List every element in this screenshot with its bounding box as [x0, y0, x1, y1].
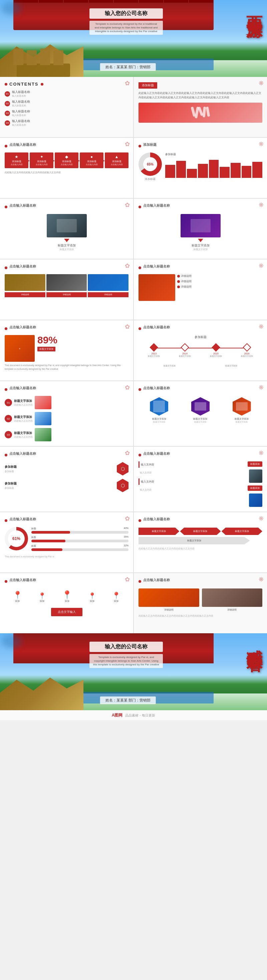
slide6-right-header: 点击输入标题名称 [139, 325, 262, 332]
input-text-2: 输入文内容 [139, 479, 233, 485]
card4-title: 添加标题 [81, 160, 102, 163]
prog-bar-3 [32, 548, 128, 551]
caption-sub2: 标题文字添加 [194, 248, 208, 251]
hex-item-1: 标题文字添加 标题文字添加 [150, 397, 168, 424]
bar-8 [242, 166, 252, 178]
pin4-icon: 📍 [88, 592, 96, 600]
bar-chart [165, 158, 262, 178]
food-col-right: 详细说明 [202, 589, 263, 611]
slide3-left-header: 点击输入标题名称 [5, 142, 128, 150]
progress-slide-left: 点击输入标题名称 61% 标题 40% [0, 512, 133, 573]
timeline-labels: 标题文字添加 标题文字添加 [139, 364, 262, 368]
hex2-sub: 标题文字添加 [194, 421, 206, 424]
slide8-left-header: 点击输入标题名称 [5, 451, 128, 459]
food-image [139, 274, 175, 301]
food4-label: 详细说明 [202, 608, 263, 611]
photo-terra [5, 274, 46, 291]
last-ink-splash [2, 635, 22, 648]
big-percent: 89% [37, 335, 128, 345]
hex-t1-title: 参加标题 [5, 465, 114, 469]
main-title-cn: 西安旅游 [245, 3, 263, 11]
main-image [47, 214, 87, 237]
item-label-2: 输入标题名称 [12, 100, 30, 104]
contents-header: CONTENTS [5, 81, 128, 87]
hex-title-items: 参加标题 参加标题 ⬡ 参加标题 参加标题 ⬡ [5, 462, 128, 492]
hexagon1 [150, 397, 168, 415]
cta-button-area[interactable]: 点击文字输入 [5, 608, 128, 616]
item-sub-3: 输入标题名称 [12, 114, 30, 117]
decorative-ornament18: ❋ [259, 576, 264, 583]
red-title-badge: 添加标题 [139, 82, 157, 89]
hex-shape-1: ⬡ [117, 462, 128, 476]
watermark-text: 品品素材・每日更新 [125, 713, 155, 718]
slide4-left-title: 点击输入标题名称 [9, 203, 36, 208]
red-dot16-icon [139, 519, 141, 522]
item-num-3: 03 [5, 111, 10, 116]
prog-item-3: 标题 32% [32, 544, 128, 551]
prog-item-2: 标题 35% [32, 536, 128, 542]
main-image2 [180, 214, 221, 237]
last-hero-bg: 输入您的公司名称 Template is exclusively designe… [0, 633, 267, 710]
slide4-left-header: 点击输入标题名称 [5, 203, 128, 211]
item-label-1: 输入标题名称 [12, 90, 30, 94]
photo-statue [46, 274, 87, 291]
item-num-4: 04 [5, 120, 10, 126]
arrow-steps: 标题文字添加 标题文字添加 标题文字添加 标题文字添加 [139, 528, 262, 544]
bullet-label2: 标题文字添加 [14, 415, 33, 419]
prog-label-2: 标题 35% [32, 536, 128, 539]
hexagon3 [232, 397, 251, 415]
triangle-down2-icon [198, 239, 203, 242]
bar-3 [187, 169, 197, 178]
slide7-right-header: 点击输入标题名称 [139, 386, 262, 393]
photos-slide-right: 点击输入标题名称 详细说明 详细说明 详细说明 ❋ [134, 259, 267, 320]
decorative-ornament11: ✿ [125, 384, 130, 391]
percent-badge: 标题文字添加 [37, 347, 55, 352]
percent-slide-left: 点击输入标题名称 ● 89% 标题文字添加 This document is e… [0, 320, 133, 380]
empty-slide: 点击输入标题名称 详细说明 详细说明 此处输入正文内容此处输入正文内容此处输入正… [134, 573, 267, 633]
bar-1 [165, 165, 175, 178]
prog-v2: 35% [124, 536, 128, 539]
circle-inner: 61% [8, 530, 25, 547]
red-dot9-icon [5, 327, 7, 330]
food3-label: 详细说明 [139, 608, 199, 611]
image-text-slide-right: 点击输入标题名称 标题文字添加 标题文字添加 ❋ [134, 199, 267, 259]
slide4-right-header: 点击输入标题名称 [139, 203, 262, 211]
year-2: 2014 [182, 352, 188, 355]
caption-title2: 标题文字添加 [191, 243, 210, 248]
prog-desc: This document is exclusively designed by… [5, 555, 128, 558]
bullet-item-1: 01 标题文字添加 此处输入正文内容 [5, 396, 128, 409]
hex-shape-2: ⬡ [117, 479, 128, 492]
contents-item-4: 04 输入标题名称 输入标题名称 [5, 119, 128, 127]
food4-img [202, 589, 263, 607]
prog-bar-2 [32, 540, 128, 542]
pin3-label: 添加 [65, 600, 70, 603]
red-dot4-icon [139, 145, 141, 148]
last-company-name: 输入您的公司名称 [90, 642, 163, 652]
slide10-left-header: 点击输入标题名称 [5, 578, 128, 585]
hex-t2-sub: 参加标题 [5, 487, 114, 490]
timeline-title: 参加标题 [139, 335, 262, 339]
contents-item-1: 01 输入标题名称 输入标题名称 [5, 90, 128, 98]
prog-fill-1 [32, 531, 70, 534]
pin1-icon: 📍 [13, 591, 22, 600]
slide9-left-header: 点击输入标题名称 [5, 517, 128, 524]
pin-3: 📍 添加 [62, 590, 72, 603]
left-text-cols: 输入文内容 输入文内容 输入文内容 输入文内容 [139, 461, 233, 507]
card5-icon: ▲ [106, 154, 127, 159]
cta-button[interactable]: 点击文字输入 [51, 608, 82, 616]
red-dot13-icon [5, 454, 7, 457]
image-caption-area: 标题文字添加 标题文字添加 [5, 214, 128, 251]
bar-chart-area: 参加标题 [165, 153, 262, 178]
slide8-right-header: 点击输入标题名称 [139, 451, 262, 459]
card2-title: 添加标题 [31, 160, 52, 163]
company-info-box: 输入您的公司名称 Template is exclusively designe… [90, 8, 163, 35]
contents-item-3: 03 输入标题名称 输入标题名称 [5, 109, 128, 117]
author-info: 姓名：某某某 部门：营销部 [100, 63, 156, 71]
decorative-ornament8: ❋ [259, 262, 264, 269]
dancers [192, 107, 209, 118]
bullet-sub2: 此处输入正文内容 [14, 419, 33, 423]
decorative-ornament16: ❋ [259, 515, 264, 522]
caption-sub: 标题文字添加 [60, 248, 74, 251]
decorative-ornament6: ❋ [259, 201, 264, 208]
slide3-desc: 此处输入正文内容此处输入正文内容此处输入正文内容 [5, 171, 128, 175]
